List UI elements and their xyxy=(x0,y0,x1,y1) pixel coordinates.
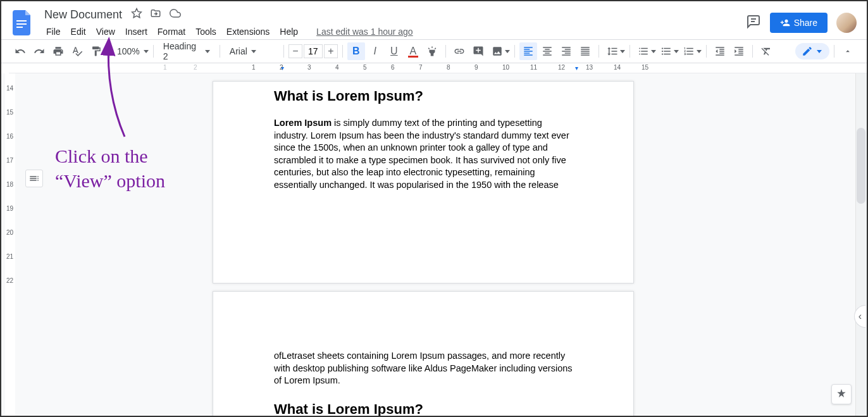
document-page-2[interactable]: ofLetraset sheets containing Lorem Ipsum… xyxy=(213,291,634,416)
toolbar-separator xyxy=(514,45,515,58)
annotation-text: Click on the “View” option xyxy=(55,144,165,193)
numbered-list-button[interactable] xyxy=(680,42,698,60)
menu-bar: File Edit View Insert Format Tools Exten… xyxy=(42,24,746,39)
menu-tools[interactable]: Tools xyxy=(191,24,221,39)
bulleted-list-button[interactable] xyxy=(657,42,675,60)
person-add-icon xyxy=(780,18,790,28)
vertical-ruler[interactable]: 141516171819202122 xyxy=(5,73,15,416)
page1-heading: What is Lorem Ipsum? xyxy=(274,88,573,104)
bold-button[interactable]: B xyxy=(347,42,365,60)
menu-format[interactable]: Format xyxy=(153,24,190,39)
decrease-indent-button[interactable] xyxy=(711,42,729,60)
move-icon[interactable] xyxy=(150,8,161,22)
font-size-decrease[interactable]: − xyxy=(288,44,302,58)
menu-extensions[interactable]: Extensions xyxy=(222,24,274,39)
toolbar-separator xyxy=(283,45,284,58)
page2-heading: What is Lorem Ipsum? xyxy=(274,401,573,416)
numbered-dropdown-icon[interactable] xyxy=(697,50,702,53)
spacing-dropdown-icon[interactable] xyxy=(620,50,625,53)
print-button[interactable] xyxy=(49,42,67,60)
increase-indent-button[interactable] xyxy=(730,42,748,60)
checklist-button[interactable] xyxy=(635,42,652,60)
spellcheck-button[interactable] xyxy=(68,42,86,60)
italic-button[interactable]: I xyxy=(366,42,384,60)
indent-marker-right-icon[interactable]: ▾ xyxy=(575,65,578,72)
document-page-1[interactable]: What is Lorem Ipsum? Lorem Ipsum is simp… xyxy=(213,81,634,283)
header-right: Share xyxy=(746,13,857,33)
title-icons xyxy=(131,8,182,22)
horizontal-ruler[interactable]: ▾ ▾ 21123456789101112131415 xyxy=(9,63,867,73)
last-edit-link[interactable]: Last edit was 1 hour ago xyxy=(316,27,413,37)
insert-image-button[interactable] xyxy=(488,42,506,60)
share-button-label: Share xyxy=(794,18,817,28)
toolbar-separator xyxy=(342,45,343,58)
clear-formatting-button[interactable] xyxy=(757,42,775,60)
vertical-scrollbar-track[interactable] xyxy=(855,73,867,416)
highlight-button[interactable] xyxy=(423,42,441,60)
share-button[interactable]: Share xyxy=(770,13,828,33)
text-color-button[interactable]: A xyxy=(404,42,422,60)
comment-history-icon[interactable] xyxy=(746,14,761,32)
font-select[interactable]: Arial xyxy=(225,44,279,59)
chevron-down-icon xyxy=(205,50,210,53)
insert-link-button[interactable] xyxy=(450,42,468,60)
line-spacing-button[interactable] xyxy=(604,42,621,60)
svg-rect-1 xyxy=(16,23,27,25)
svg-rect-0 xyxy=(16,20,27,22)
toolbar-separator xyxy=(220,45,220,58)
title-area: New Document File Edit View Insert Forma… xyxy=(42,7,746,39)
star-icon[interactable] xyxy=(131,8,142,22)
font-size-increase[interactable]: + xyxy=(324,44,338,58)
docs-logo-icon[interactable] xyxy=(11,8,34,38)
show-outline-button[interactable] xyxy=(25,170,43,187)
collapse-toolbar-icon[interactable] xyxy=(839,42,857,60)
image-dropdown-icon[interactable] xyxy=(505,50,510,53)
undo-button[interactable] xyxy=(11,42,29,60)
menu-file[interactable]: File xyxy=(42,24,65,39)
toolbar-separator xyxy=(706,45,707,58)
svg-rect-2 xyxy=(16,27,23,28)
toolbar-separator xyxy=(598,45,599,58)
document-title[interactable]: New Document xyxy=(42,7,125,23)
paragraph-style-select[interactable]: Heading 2 xyxy=(158,39,215,64)
bulleted-dropdown-icon[interactable] xyxy=(674,50,679,53)
align-justify-button[interactable] xyxy=(576,42,594,60)
align-center-button[interactable] xyxy=(538,42,556,60)
align-left-button[interactable] xyxy=(519,42,537,60)
toolbar-separator xyxy=(629,45,630,58)
toolbar-separator xyxy=(834,45,834,58)
svg-marker-3 xyxy=(132,9,142,18)
pencil-icon xyxy=(802,46,813,57)
vertical-scrollbar-thumb[interactable] xyxy=(857,128,865,204)
toolbar-separator xyxy=(153,45,154,58)
checklist-dropdown-icon[interactable] xyxy=(651,50,656,53)
chevron-down-icon xyxy=(251,50,256,53)
chevron-down-icon xyxy=(817,50,822,53)
add-comment-button[interactable] xyxy=(469,42,487,60)
annotation-arrow xyxy=(99,35,137,143)
redo-button[interactable] xyxy=(30,42,48,60)
underline-button[interactable]: U xyxy=(385,42,403,60)
toolbar-separator xyxy=(752,45,753,58)
explore-button[interactable] xyxy=(831,384,852,404)
user-avatar[interactable] xyxy=(836,13,857,33)
menu-help[interactable]: Help xyxy=(275,24,302,39)
cloud-status-icon[interactable] xyxy=(169,8,182,22)
toolbar-separator xyxy=(445,45,446,58)
app-header: New Document File Edit View Insert Forma… xyxy=(1,1,867,39)
page1-body: Lorem Ipsum is simply dummy text of the … xyxy=(274,117,573,191)
page2-body: ofLetraset sheets containing Lorem Ipsum… xyxy=(274,350,573,387)
align-right-button[interactable] xyxy=(557,42,575,60)
zoom-dropdown-icon[interactable] xyxy=(144,50,149,53)
menu-edit[interactable]: Edit xyxy=(66,24,90,39)
editing-mode-button[interactable] xyxy=(795,43,829,59)
font-size-input[interactable] xyxy=(304,44,323,58)
